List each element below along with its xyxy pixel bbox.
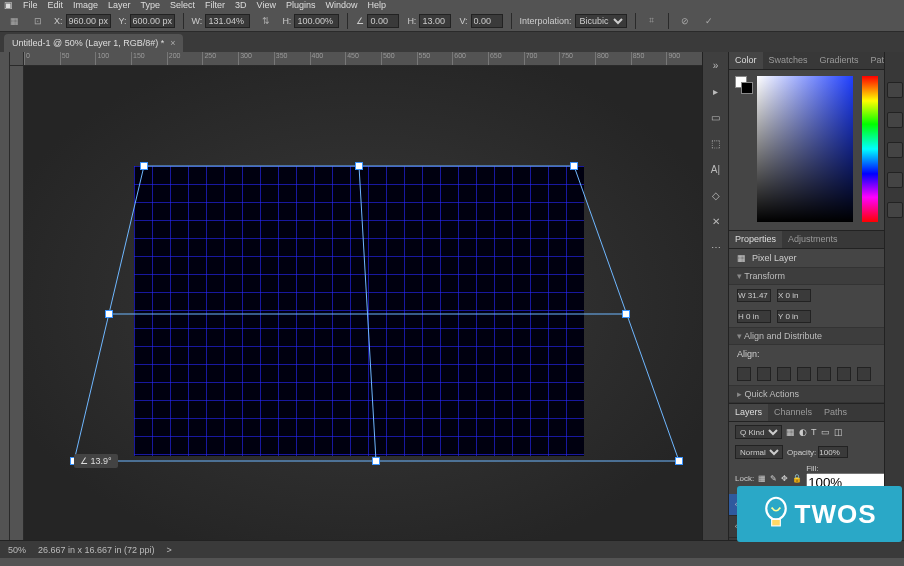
- section-align[interactable]: ▾ Align and Distribute: [729, 327, 884, 345]
- filter-type-icon[interactable]: T: [811, 427, 817, 437]
- filter-shape-icon[interactable]: ▭: [821, 427, 830, 437]
- artboard-tool-icon[interactable]: ▭: [707, 108, 725, 126]
- transform-handle-br[interactable]: [675, 457, 683, 465]
- align-center-h-icon[interactable]: [757, 367, 771, 381]
- close-tab-icon[interactable]: ×: [170, 38, 175, 48]
- collapsed-learn-icon[interactable]: [887, 82, 903, 98]
- skew-v-input[interactable]: [471, 14, 503, 28]
- ruler-tick: 900: [666, 52, 702, 65]
- w-input[interactable]: [205, 14, 250, 28]
- left-toolbar[interactable]: [0, 52, 10, 540]
- collapsed-image-icon[interactable]: [887, 172, 903, 188]
- link-wh-icon[interactable]: ⇅: [258, 13, 274, 29]
- ruler-tick: 300: [238, 52, 274, 65]
- tab-gradients[interactable]: Gradients: [814, 52, 865, 69]
- collapsed-photo-icon[interactable]: [887, 142, 903, 158]
- canvas-stage[interactable]: ∠ 13.9°: [24, 66, 702, 540]
- tab-channels[interactable]: Channels: [768, 404, 818, 421]
- zoom-level[interactable]: 50%: [8, 545, 26, 555]
- tab-properties[interactable]: Properties: [729, 231, 782, 248]
- layer-content-grid[interactable]: [134, 166, 584, 456]
- menu-image[interactable]: Image: [73, 0, 98, 10]
- menu-edit[interactable]: Edit: [48, 0, 64, 10]
- filter-adjust-icon[interactable]: ◐: [799, 427, 807, 437]
- align-bottom-icon[interactable]: [837, 367, 851, 381]
- menu-layer[interactable]: Layer: [108, 0, 131, 10]
- y-input[interactable]: [130, 14, 175, 28]
- prop-x-input[interactable]: [777, 289, 811, 302]
- expand-panels-icon[interactable]: »: [707, 56, 725, 74]
- menu-plugins[interactable]: Plugins: [286, 0, 316, 10]
- menu-view[interactable]: View: [257, 0, 276, 10]
- transform-handle-bm[interactable]: [372, 457, 380, 465]
- tab-color[interactable]: Color: [729, 52, 763, 69]
- tab-paths[interactable]: Paths: [818, 404, 853, 421]
- ruler-horizontal[interactable]: 0501001502002503003504004505005506006507…: [24, 52, 702, 66]
- align-left-icon[interactable]: [737, 367, 751, 381]
- align-center-v-icon[interactable]: [817, 367, 831, 381]
- transform-handle-tl[interactable]: [140, 162, 148, 170]
- frame-tool-icon[interactable]: ⬚: [707, 134, 725, 152]
- h-input[interactable]: [294, 14, 339, 28]
- document-tab[interactable]: Untitled-1 @ 50% (Layer 1, RGB/8#) * ×: [4, 34, 183, 52]
- transform-tool-icon[interactable]: ▦: [6, 13, 22, 29]
- edit-toolbar-icon[interactable]: ⋯: [707, 238, 725, 256]
- transform-handle-tr[interactable]: [570, 162, 578, 170]
- transform-handle-tm[interactable]: [355, 162, 363, 170]
- fg-bg-swatch[interactable]: [735, 76, 753, 94]
- opacity-input[interactable]: [818, 446, 848, 458]
- menu-select[interactable]: Select: [170, 0, 195, 10]
- text-tool-icon[interactable]: A|: [707, 160, 725, 178]
- status-arrow-icon[interactable]: >: [167, 545, 172, 555]
- section-transform[interactable]: ▾ Transform: [729, 267, 884, 285]
- tab-swatches[interactable]: Swatches: [763, 52, 814, 69]
- menu-type[interactable]: Type: [141, 0, 161, 10]
- align-top-icon[interactable]: [797, 367, 811, 381]
- transform-handle-ml[interactable]: [105, 310, 113, 318]
- layer-filter-select[interactable]: Q Kind: [735, 425, 782, 439]
- menu-filter[interactable]: Filter: [205, 0, 225, 10]
- cancel-transform-icon[interactable]: ⊘: [677, 13, 693, 29]
- menu-window[interactable]: Window: [326, 0, 358, 10]
- align-right-icon[interactable]: [777, 367, 791, 381]
- warp-mode-icon[interactable]: ⌗: [644, 13, 660, 29]
- filter-pixel-icon[interactable]: ▦: [786, 427, 795, 437]
- align-more-icon[interactable]: [857, 367, 871, 381]
- ruler-vertical[interactable]: [10, 66, 24, 540]
- collapsed-libraries-icon[interactable]: [887, 112, 903, 128]
- collapsed-smart-icon[interactable]: [887, 202, 903, 218]
- lock-label: Lock:: [735, 474, 754, 483]
- move-tool-icon[interactable]: ▸: [707, 82, 725, 100]
- interpolation-select[interactable]: Bicubic: [575, 14, 627, 28]
- transform-handle-mr[interactable]: [622, 310, 630, 318]
- menu-file[interactable]: File: [23, 0, 38, 10]
- tab-adjustments[interactable]: Adjustments: [782, 231, 844, 248]
- hue-slider[interactable]: [862, 76, 878, 222]
- canvas-area: 0501001502002503003504004505005506006507…: [10, 52, 702, 540]
- reference-point-icon[interactable]: ⊡: [30, 13, 46, 29]
- tab-layers[interactable]: Layers: [729, 404, 768, 421]
- more-tools-icon[interactable]: ✕: [707, 212, 725, 230]
- menu-help[interactable]: Help: [368, 0, 387, 10]
- lock-paint-icon[interactable]: ✎: [770, 474, 777, 483]
- prop-y-input[interactable]: [777, 310, 811, 323]
- angle-input[interactable]: [367, 14, 399, 28]
- blend-mode-select[interactable]: Normal: [735, 445, 783, 459]
- ruler-tick: 750: [559, 52, 595, 65]
- lock-all-icon[interactable]: 🔒: [792, 474, 802, 483]
- prop-w-input[interactable]: [737, 289, 771, 302]
- menu-3d[interactable]: 3D: [235, 0, 247, 10]
- x-input[interactable]: [66, 14, 111, 28]
- shape-tool-icon[interactable]: ◇: [707, 186, 725, 204]
- filter-smart-icon[interactable]: ◫: [834, 427, 843, 437]
- ruler-tick: 200: [167, 52, 203, 65]
- commit-transform-icon[interactable]: ✓: [701, 13, 717, 29]
- lock-transparency-icon[interactable]: ▦: [758, 474, 766, 483]
- lock-position-icon[interactable]: ✥: [781, 474, 788, 483]
- ruler-tick: 250: [202, 52, 238, 65]
- prop-h-input[interactable]: [737, 310, 771, 323]
- skew-v-label: V:: [459, 16, 467, 26]
- skew-h-input[interactable]: [419, 14, 451, 28]
- section-quick-actions[interactable]: ▸ Quick Actions: [729, 385, 884, 403]
- color-field[interactable]: [757, 76, 853, 222]
